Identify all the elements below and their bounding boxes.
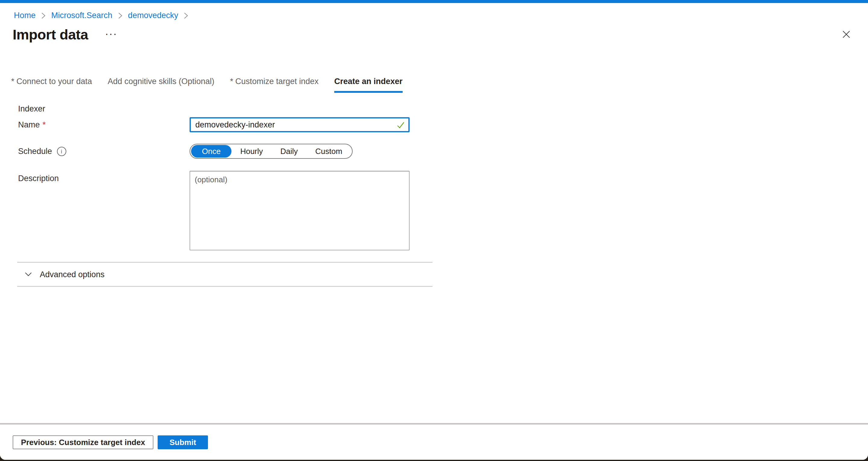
tab-connect-to-your-data[interactable]: * Connect to your data — [11, 77, 92, 93]
schedule-toggle-group: Once Hourly Daily Custom — [190, 144, 352, 159]
tab-label: Customize target index — [236, 77, 318, 86]
chevron-right-icon — [184, 12, 188, 20]
chevron-down-icon — [24, 270, 33, 279]
tab-label: Create an indexer — [334, 77, 403, 86]
description-textarea[interactable] — [190, 171, 410, 250]
advanced-options-toggle[interactable]: Advanced options — [24, 270, 133, 279]
chevron-right-icon — [118, 12, 123, 20]
accent-topbar — [0, 0, 868, 3]
name-field-row: Name * — [18, 117, 868, 132]
footer-divider — [0, 423, 868, 425]
import-data-panel: Home Microsoft.Search demovedecky Import… — [0, 0, 868, 460]
info-icon[interactable]: i — [57, 147, 66, 156]
page-title: Import data — [13, 26, 88, 43]
schedule-option-once[interactable]: Once — [191, 145, 231, 158]
advanced-options-label: Advanced options — [40, 270, 104, 279]
close-icon — [841, 36, 851, 40]
required-marker: * — [230, 77, 233, 86]
submit-button[interactable]: Submit — [158, 435, 208, 449]
tab-add-cognitive-skills[interactable]: Add cognitive skills (Optional) — [107, 77, 214, 93]
valid-check-icon — [396, 120, 405, 131]
close-button[interactable] — [840, 28, 852, 41]
tab-label: Add cognitive skills (Optional) — [107, 77, 214, 86]
indexer-section-label: Indexer — [18, 104, 868, 114]
tab-customize-target-index[interactable]: * Customize target index — [230, 77, 318, 93]
breadcrumb: Home Microsoft.Search demovedecky — [14, 11, 868, 20]
schedule-option-hourly[interactable]: Hourly — [231, 145, 272, 158]
wizard-tabs: * Connect to your data Add cognitive ski… — [11, 77, 868, 93]
schedule-option-custom[interactable]: Custom — [307, 145, 351, 158]
description-label: Description — [18, 174, 59, 183]
description-field-row: Description — [18, 171, 868, 250]
more-options-button[interactable]: ··· — [104, 29, 120, 39]
schedule-field-row: Schedule i Once Hourly Daily Custom — [18, 144, 868, 159]
name-label: Name — [18, 120, 40, 129]
divider — [17, 262, 433, 263]
required-marker: * — [11, 77, 14, 86]
schedule-option-daily[interactable]: Daily — [272, 145, 307, 158]
required-asterisk: * — [42, 120, 46, 129]
breadcrumb-home[interactable]: Home — [14, 11, 36, 20]
footer-bar: Previous: Customize target index Submit — [0, 423, 868, 460]
title-row: Import data ··· — [13, 26, 868, 43]
chevron-right-icon — [41, 12, 46, 20]
divider — [17, 286, 433, 287]
tab-create-an-indexer[interactable]: Create an indexer — [334, 77, 403, 93]
schedule-label: Schedule — [18, 147, 52, 156]
breadcrumb-microsoft-search[interactable]: Microsoft.Search — [51, 11, 113, 20]
previous-button[interactable]: Previous: Customize target index — [13, 435, 153, 449]
tab-label: Connect to your data — [17, 77, 92, 86]
indexer-name-input[interactable] — [190, 117, 410, 132]
breadcrumb-demovedecky[interactable]: demovedecky — [128, 11, 179, 20]
